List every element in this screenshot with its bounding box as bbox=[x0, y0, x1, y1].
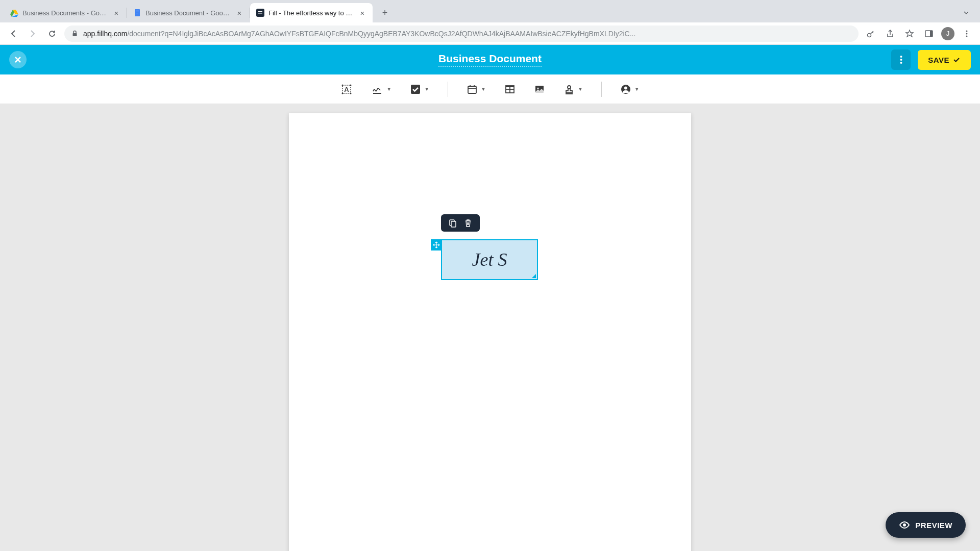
svg-point-18 bbox=[900, 59, 902, 61]
person-tool[interactable]: ▼ bbox=[617, 81, 643, 98]
fill-icon bbox=[256, 9, 264, 17]
preview-button[interactable]: PREVIEW bbox=[886, 512, 966, 538]
tab-title: Business Documents - Google bbox=[22, 9, 108, 17]
save-label: SAVE bbox=[928, 56, 949, 64]
svg-point-24 bbox=[342, 92, 344, 94]
svg-point-22 bbox=[342, 84, 344, 86]
key-icon[interactable] bbox=[864, 27, 878, 41]
reload-button[interactable] bbox=[45, 27, 59, 41]
tab-drive[interactable]: Business Documents - Google × bbox=[4, 3, 127, 22]
header-actions: SAVE bbox=[891, 49, 971, 70]
svg-point-37 bbox=[568, 86, 571, 89]
signature-text: Jet S bbox=[472, 249, 507, 270]
canvas-area[interactable]: Jet S bbox=[0, 104, 980, 551]
move-handle[interactable] bbox=[431, 239, 442, 251]
tab-docs[interactable]: Business Document - Google D × bbox=[127, 3, 250, 22]
chevron-down-icon: ▼ bbox=[481, 86, 486, 92]
svg-point-36 bbox=[537, 87, 538, 89]
eye-icon bbox=[899, 519, 910, 531]
svg-point-16 bbox=[966, 35, 968, 37]
toolbar: A ▼ ▼ ▼ ▼ ▼ bbox=[0, 74, 980, 104]
divider bbox=[601, 82, 602, 97]
tab-bar: Business Documents - Google × Business D… bbox=[0, 0, 980, 22]
close-icon[interactable]: × bbox=[112, 9, 120, 17]
svg-rect-10 bbox=[73, 33, 77, 36]
copy-button[interactable] bbox=[448, 218, 457, 228]
signature-field[interactable]: Jet S bbox=[441, 239, 538, 280]
document-page[interactable]: Jet S bbox=[289, 113, 691, 551]
svg-rect-42 bbox=[451, 221, 456, 227]
tab-fill-active[interactable]: Fill - The effortless way to requ × bbox=[250, 3, 373, 22]
svg-point-17 bbox=[900, 56, 902, 58]
preview-label: PREVIEW bbox=[915, 521, 952, 530]
panel-icon[interactable] bbox=[922, 27, 936, 41]
date-tool[interactable]: ▼ bbox=[463, 81, 489, 98]
divider bbox=[448, 82, 448, 97]
svg-point-19 bbox=[900, 62, 902, 64]
checkbox-tool[interactable]: ▼ bbox=[407, 81, 432, 98]
more-options-button[interactable] bbox=[891, 49, 911, 70]
close-button[interactable] bbox=[9, 51, 27, 68]
svg-rect-4 bbox=[136, 11, 139, 11]
share-icon[interactable] bbox=[883, 27, 897, 41]
image-tool[interactable] bbox=[531, 81, 548, 98]
profile-avatar[interactable]: J bbox=[941, 27, 954, 40]
svg-rect-6 bbox=[136, 13, 138, 13]
close-icon[interactable]: × bbox=[358, 9, 366, 17]
chevron-down-icon: ▼ bbox=[578, 86, 583, 92]
svg-point-40 bbox=[624, 86, 627, 89]
chevron-down-icon: ▼ bbox=[386, 86, 391, 92]
browser-chrome: Business Documents - Google × Business D… bbox=[0, 0, 980, 45]
menu-icon[interactable] bbox=[960, 27, 974, 41]
svg-point-43 bbox=[903, 523, 906, 527]
address-bar: app.fillhq.com/document?q=N4IglgJiBcAcAs… bbox=[0, 22, 980, 45]
svg-rect-27 bbox=[468, 86, 476, 93]
svg-text:A: A bbox=[345, 86, 350, 93]
text-tool[interactable]: A bbox=[337, 80, 356, 98]
back-button[interactable] bbox=[6, 27, 20, 41]
url-text: app.fillhq.com/document?q=N4IglgJiBcAcAs… bbox=[83, 30, 635, 38]
element-toolbar bbox=[441, 214, 480, 232]
svg-point-14 bbox=[966, 30, 968, 32]
svg-rect-13 bbox=[930, 31, 933, 37]
delete-button[interactable] bbox=[463, 218, 473, 228]
star-icon[interactable] bbox=[902, 27, 917, 41]
save-button[interactable]: SAVE bbox=[918, 50, 971, 70]
close-icon[interactable]: × bbox=[235, 9, 243, 17]
stamp-tool[interactable]: ▼ bbox=[560, 81, 586, 98]
chevron-down-icon: ▼ bbox=[634, 86, 640, 92]
chevron-down-icon: ▼ bbox=[424, 86, 429, 92]
tab-title: Business Document - Google D bbox=[145, 9, 231, 17]
svg-rect-9 bbox=[258, 13, 262, 14]
svg-point-25 bbox=[350, 92, 352, 94]
table-tool[interactable] bbox=[501, 81, 519, 98]
tab-expand-button[interactable] bbox=[963, 9, 970, 16]
lock-icon bbox=[71, 30, 78, 37]
signature-tool[interactable]: ▼ bbox=[368, 80, 395, 98]
new-tab-button[interactable]: + bbox=[378, 6, 392, 20]
svg-rect-34 bbox=[506, 86, 514, 87]
docs-icon bbox=[133, 9, 141, 17]
resize-handle[interactable] bbox=[532, 274, 536, 278]
svg-rect-5 bbox=[136, 12, 139, 12]
avatar-letter: J bbox=[946, 30, 950, 37]
svg-point-15 bbox=[966, 33, 968, 34]
svg-point-23 bbox=[350, 84, 352, 86]
svg-rect-8 bbox=[258, 11, 262, 12]
tab-title: Fill - The effortless way to requ bbox=[268, 9, 354, 17]
url-field[interactable]: app.fillhq.com/document?q=N4IglgJiBcAcAs… bbox=[64, 26, 859, 42]
check-icon bbox=[952, 56, 961, 64]
document-title[interactable]: Business Document bbox=[438, 53, 542, 67]
app-header: Business Document SAVE bbox=[0, 45, 980, 74]
forward-button[interactable] bbox=[26, 27, 40, 41]
svg-rect-26 bbox=[411, 85, 420, 94]
drive-icon bbox=[10, 9, 18, 17]
svg-point-11 bbox=[868, 33, 871, 37]
